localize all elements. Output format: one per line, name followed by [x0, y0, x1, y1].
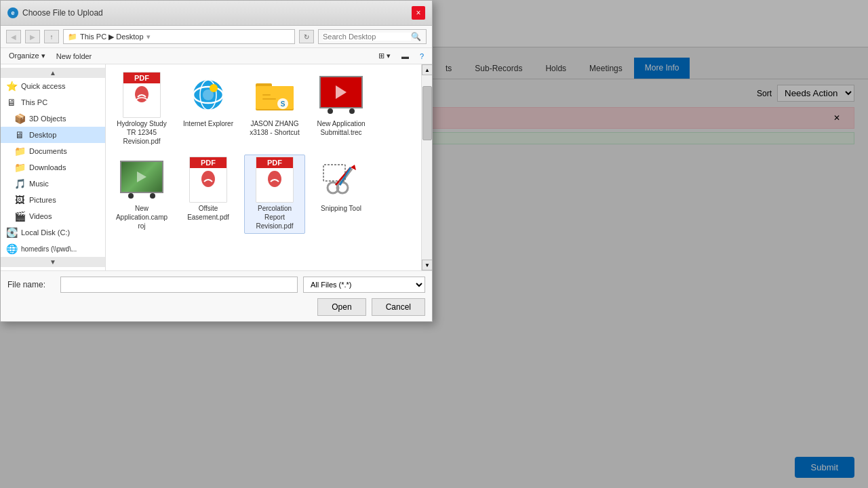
svg-text:S: S	[281, 100, 285, 108]
nav-label-this-pc: This PC	[21, 98, 47, 106]
nav-item-quick-access[interactable]: ⭐ Quick access	[1, 78, 105, 94]
svg-rect-7	[256, 86, 294, 109]
nav-label-music: Music	[29, 180, 49, 188]
file-name-new-app-trec: New Application Submittal.trec	[314, 119, 368, 137]
file-thumb-ie	[186, 73, 230, 117]
acrobat-svg	[131, 83, 153, 108]
scrollbar-track: ▲ ▼	[421, 64, 432, 270]
nav-item-pictures[interactable]: 🖼 Pictures	[1, 192, 105, 208]
pdf-icon-offsite: PDF	[189, 157, 227, 203]
search-input[interactable]	[323, 33, 411, 41]
svg-point-4	[210, 84, 218, 92]
pictures-icon: 🖼	[14, 195, 25, 205]
nav-item-music[interactable]: 🎵 Music	[1, 176, 105, 192]
nav-item-homedirs[interactable]: 🌐 homedirs (\\pwd\...	[1, 241, 105, 257]
path-text: This PC ▶ Desktop	[80, 33, 144, 41]
nav-scroll-down[interactable]: ▼	[1, 257, 105, 267]
music-icon: 🎵	[14, 178, 25, 189]
new-folder-button[interactable]: New folder	[54, 51, 95, 62]
local-disk-icon: 💽	[6, 227, 17, 238]
pane-button[interactable]: ▬	[399, 51, 412, 62]
filetype-select[interactable]: All Files (*.*)	[303, 277, 425, 293]
dialog-toolbar: ◀ ▶ ↑ 📁 This PC ▶ Desktop ▾ ↻ 🔍	[1, 26, 432, 48]
nav-item-documents[interactable]: 📁 Documents	[1, 143, 105, 159]
dialog-app-icon: e	[7, 7, 18, 18]
file-name-snipping: Snipping Tool	[321, 204, 361, 213]
file-name-new-app-camp: New Application.camp roj	[115, 204, 169, 230]
folder-icon-svg: S	[254, 78, 295, 112]
file-item-hydrology-pdf[interactable]: PDF Hydrology Study TR 12345 Revision.pd…	[111, 70, 172, 149]
scroll-down-arrow[interactable]: ▼	[422, 260, 432, 270]
path-bar[interactable]: 📁 This PC ▶ Desktop ▾	[63, 29, 295, 44]
nav-item-desktop[interactable]: 🖥 Desktop	[1, 127, 105, 143]
scroll-up-arrow[interactable]: ▲	[422, 64, 432, 75]
nav-label-documents: Documents	[29, 147, 67, 155]
search-button[interactable]: 🔍	[411, 32, 421, 41]
open-button[interactable]: Open	[317, 298, 366, 316]
nav-item-this-pc[interactable]: 🖥 This PC	[1, 94, 105, 110]
file-thumb-jason: S	[253, 73, 296, 117]
organize-button[interactable]: Organize ▾	[6, 50, 48, 62]
3d-objects-icon: 📦	[14, 113, 25, 124]
up-button[interactable]: ↑	[44, 30, 59, 43]
cancel-button[interactable]: Cancel	[372, 298, 425, 316]
scrollbar-thumb[interactable]	[422, 86, 432, 140]
nav-item-videos[interactable]: 🎬 Videos	[1, 208, 105, 224]
filename-label: File name:	[7, 280, 55, 289]
file-item-offsite-easement[interactable]: PDF Offsite Easement.pdf	[178, 155, 239, 234]
nav-item-downloads[interactable]: 📁 Downloads	[1, 159, 105, 176]
dialog-title: Choose File to Upload	[22, 8, 103, 18]
nav-label-local-disk: Local Disk (C:)	[21, 228, 70, 237]
file-thumb-hydrology: PDF	[120, 73, 163, 117]
file-item-jason[interactable]: S JASON ZHANG x3138 - Shortcut	[244, 70, 305, 149]
nav-label-3d-objects: 3D Objects	[29, 115, 66, 123]
back-button[interactable]: ◀	[6, 30, 21, 43]
documents-icon: 📁	[14, 146, 25, 157]
search-box: 🔍	[318, 29, 427, 44]
quick-access-icon: ⭐	[6, 81, 17, 92]
ie-icon-svg	[189, 76, 227, 114]
file-thumb-percolation: PDF	[253, 158, 296, 201]
file-name-hydrology: Hydrology Study TR 12345 Revision.pdf	[115, 119, 169, 146]
refresh-button[interactable]: ↻	[299, 30, 314, 43]
left-nav-panel: ▲ ⭐ Quick access 🖥 This PC 📦 3D Objects …	[1, 64, 106, 270]
dialog-bottombar: File name: All Files (*.*) Open Cancel	[1, 270, 432, 321]
file-name-offsite: Offsite Easement.pdf	[181, 204, 235, 222]
nav-item-local-disk[interactable]: 💽 Local Disk (C:)	[1, 224, 105, 241]
file-item-percolation[interactable]: PDF Percolation Report Revision.pdf	[244, 155, 305, 234]
help-button[interactable]: ?	[417, 51, 427, 62]
nav-label-downloads: Downloads	[29, 163, 66, 171]
filename-row: File name: All Files (*.*)	[7, 277, 425, 293]
dialog-close-button[interactable]: ×	[412, 6, 425, 20]
file-name-jason: JASON ZHANG x3138 - Shortcut	[248, 119, 302, 137]
nav-label-videos: Videos	[29, 212, 52, 220]
nav-item-3d-objects[interactable]: 📦 3D Objects	[1, 110, 105, 127]
dialog-buttons: Open Cancel	[7, 298, 425, 316]
nav-scroll-up[interactable]: ▲	[1, 68, 105, 78]
file-upload-dialog: e Choose File to Upload × ◀ ▶ ↑ 📁 This P…	[0, 0, 433, 322]
folder-icon-path: 📁	[68, 33, 77, 41]
nav-label-homedirs: homedirs (\\pwd\...	[21, 245, 77, 253]
downloads-icon: 📁	[14, 162, 25, 173]
file-thumb-offsite: PDF	[186, 158, 230, 201]
file-item-new-app-trec[interactable]: New Application Submittal.trec	[311, 70, 372, 149]
file-name-percolation: Percolation Report Revision.pdf	[248, 204, 302, 230]
file-item-ie[interactable]: Internet Explorer	[178, 70, 239, 149]
path-arrow: ▾	[146, 33, 151, 41]
dialog-titlebar: e Choose File to Upload ×	[1, 1, 432, 26]
file-item-snipping[interactable]: Snipping Tool	[311, 155, 372, 234]
svg-rect-8	[262, 94, 271, 96]
file-item-new-app-camp[interactable]: New Application.camp roj	[111, 155, 172, 234]
svg-rect-9	[262, 98, 276, 100]
nav-label-pictures: Pictures	[29, 196, 56, 204]
snipping-icon-svg	[321, 159, 361, 200]
forward-button[interactable]: ▶	[25, 30, 40, 43]
view-button[interactable]: ⊞ ▾	[376, 50, 393, 62]
pdf-icon-percolation: PDF	[256, 157, 294, 203]
filename-input[interactable]	[60, 277, 298, 293]
desktop-icon: 🖥	[14, 129, 25, 140]
file-thumb-new-app-camp	[120, 158, 163, 201]
dialog-subbar: Organize ▾ New folder ⊞ ▾ ▬ ?	[1, 48, 432, 64]
homedirs-icon: 🌐	[6, 243, 17, 254]
nav-label-desktop: Desktop	[29, 131, 56, 139]
